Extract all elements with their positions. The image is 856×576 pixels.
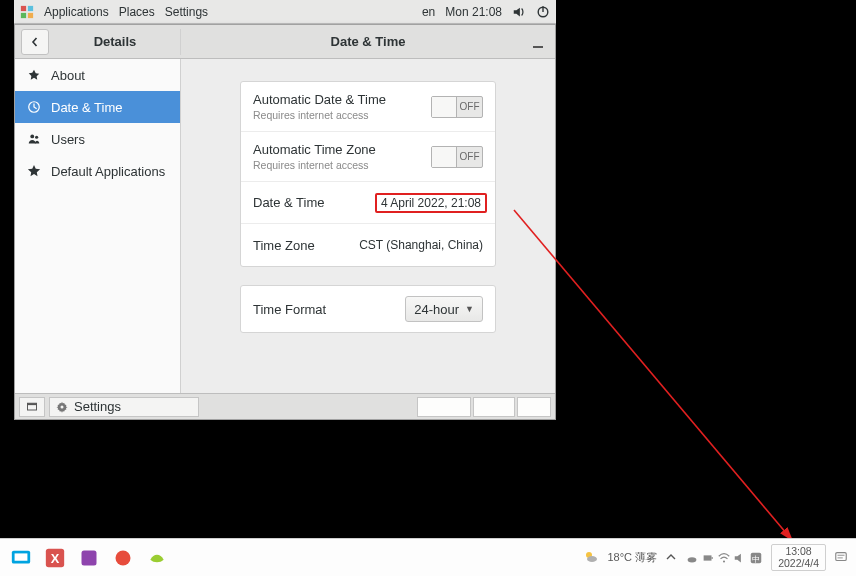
- settings-window: Details Date & Time About Date & Time: [14, 24, 556, 420]
- sidebar-item-about[interactable]: About: [15, 59, 180, 91]
- weather-text: 18°C 薄雾: [607, 550, 657, 565]
- row-auto-time-zone[interactable]: Automatic Time Zone Requires internet ac…: [241, 132, 495, 182]
- switch-auto-time-zone[interactable]: OFF: [431, 146, 483, 168]
- row-title: Date & Time: [253, 195, 325, 210]
- bottom-panel: Settings: [15, 393, 555, 419]
- header-left-title: Details: [49, 34, 181, 49]
- weather-icon: [583, 549, 599, 567]
- svg-rect-27: [836, 552, 847, 560]
- menu-places[interactable]: Places: [119, 5, 155, 19]
- svg-point-11: [61, 405, 64, 408]
- svg-point-20: [587, 556, 597, 562]
- svg-text:X: X: [51, 550, 60, 565]
- input-language[interactable]: en: [422, 5, 435, 19]
- svg-point-21: [688, 557, 697, 562]
- row-subtitle: Requires internet access: [253, 109, 386, 121]
- power-icon[interactable]: [536, 5, 550, 19]
- switch-label: OFF: [457, 101, 482, 112]
- content-pane: Automatic Date & Time Requires internet …: [181, 59, 555, 393]
- host-app-generic-3[interactable]: [144, 545, 170, 571]
- svg-rect-3: [28, 12, 33, 17]
- pager-slot[interactable]: [473, 397, 515, 417]
- svg-rect-0: [21, 5, 26, 10]
- date-time-value: 4 April 2022, 21:08: [375, 193, 487, 213]
- tray-wifi-icon[interactable]: [717, 551, 731, 565]
- tray-notifications-icon[interactable]: [834, 550, 848, 566]
- users-icon: [27, 132, 41, 146]
- svg-rect-10: [28, 403, 37, 405]
- tray-cloud-icon[interactable]: [685, 551, 699, 565]
- row-title: Automatic Time Zone: [253, 142, 376, 157]
- minimize-button[interactable]: [527, 32, 549, 52]
- sidebar-item-default-apps[interactable]: Default Applications: [15, 155, 180, 187]
- svg-point-18: [116, 550, 131, 565]
- sidebar-item-users[interactable]: Users: [15, 123, 180, 155]
- clock-icon: [27, 100, 41, 114]
- star-icon: [27, 164, 41, 178]
- host-tray: 18°C 薄雾 中 13:08 2022/4/4: [583, 544, 848, 570]
- taskbar-settings[interactable]: Settings: [49, 397, 199, 417]
- host-clock-time: 13:08: [785, 546, 811, 557]
- titlebar: Details Date & Time: [15, 25, 555, 59]
- tray-power-icon[interactable]: [701, 551, 715, 565]
- time-format-combo[interactable]: 24-hour ▼: [405, 296, 483, 322]
- svg-rect-1: [28, 5, 33, 10]
- row-auto-date-time[interactable]: Automatic Date & Time Requires internet …: [241, 82, 495, 132]
- volume-icon[interactable]: [512, 5, 526, 19]
- header-right-title: Date & Time: [331, 34, 406, 49]
- chevron-down-icon: ▼: [465, 304, 474, 314]
- sidebar-item-date-time[interactable]: Date & Time: [15, 91, 180, 123]
- svg-point-8: [35, 136, 38, 139]
- menu-applications[interactable]: Applications: [44, 5, 109, 19]
- svg-rect-14: [15, 553, 28, 560]
- host-app-vmware[interactable]: [8, 545, 34, 571]
- gnome-top-bar: Applications Places Settings en Mon 21:0…: [14, 0, 556, 24]
- row-time-zone[interactable]: Time Zone CST (Shanghai, China): [241, 224, 495, 266]
- combo-value: 24-hour: [414, 302, 459, 317]
- host-app-generic-2[interactable]: [110, 545, 136, 571]
- tray-chevron-up-icon[interactable]: [665, 551, 677, 565]
- about-icon: [27, 68, 41, 82]
- row-title: Automatic Date & Time: [253, 92, 386, 107]
- switch-label: OFF: [457, 151, 482, 162]
- activities-icon: [20, 5, 34, 19]
- svg-point-24: [723, 560, 725, 562]
- svg-rect-2: [21, 12, 26, 17]
- row-date-time[interactable]: Date & Time 4 April 2022, 21:08: [241, 182, 495, 224]
- svg-rect-23: [712, 557, 713, 559]
- sidebar-item-label: Default Applications: [51, 164, 165, 179]
- switch-auto-date-time[interactable]: OFF: [431, 96, 483, 118]
- svg-point-7: [30, 134, 34, 138]
- sidebar-item-label: Date & Time: [51, 100, 123, 115]
- host-app-xshell[interactable]: X: [42, 545, 68, 571]
- clock[interactable]: Mon 21:08: [445, 5, 502, 19]
- show-desktop-button[interactable]: [19, 397, 45, 417]
- row-subtitle: Requires internet access: [253, 159, 376, 171]
- back-button[interactable]: [21, 29, 49, 55]
- tray-ime-icon[interactable]: 中: [749, 551, 763, 565]
- sidebar: About Date & Time Users Default Applicat…: [15, 59, 181, 393]
- time-zone-value: CST (Shanghai, China): [359, 238, 483, 252]
- host-clock-date: 2022/4/4: [778, 558, 819, 569]
- svg-rect-17: [82, 550, 97, 565]
- sidebar-item-label: About: [51, 68, 85, 83]
- host-clock[interactable]: 13:08 2022/4/4: [771, 544, 826, 570]
- row-title: Time Zone: [253, 238, 315, 253]
- sidebar-item-label: Users: [51, 132, 85, 147]
- taskbar-settings-label: Settings: [74, 399, 121, 414]
- pager-slot[interactable]: [517, 397, 551, 417]
- tray-volume-icon[interactable]: [733, 551, 747, 565]
- menu-settings[interactable]: Settings: [165, 5, 208, 19]
- pager-slot[interactable]: [417, 397, 471, 417]
- svg-rect-22: [704, 555, 712, 560]
- host-app-generic-1[interactable]: [76, 545, 102, 571]
- row-time-format: Time Format 24-hour ▼: [241, 286, 495, 332]
- svg-text:中: 中: [752, 554, 760, 563]
- host-taskbar: X 18°C 薄雾 中 13:08 2022/4/4: [0, 538, 856, 576]
- row-title: Time Format: [253, 302, 326, 317]
